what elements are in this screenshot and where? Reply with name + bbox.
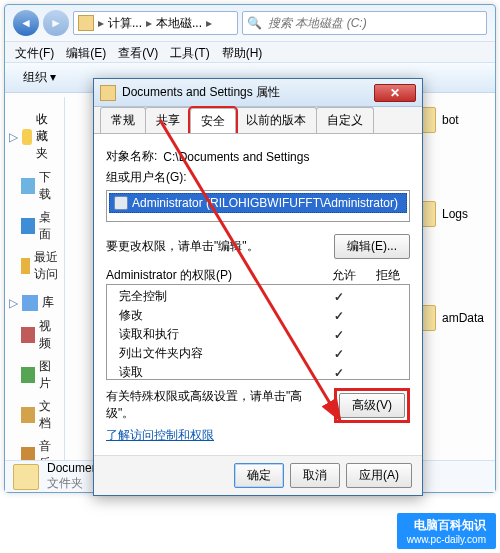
sidebar-item-desktop[interactable]: 桌面	[9, 206, 60, 246]
tab-previous-versions[interactable]: 以前的版本	[235, 107, 317, 133]
dialog-footer: 确定 取消 应用(A)	[94, 455, 422, 495]
desktop-icon	[21, 218, 35, 234]
sidebar-favorites-header[interactable]: ▷收藏夹	[9, 111, 60, 162]
check-icon	[317, 328, 361, 342]
tab-security[interactable]: 安全	[190, 108, 236, 134]
check-icon	[317, 309, 361, 323]
object-name-label: 对象名称:	[106, 148, 157, 165]
perm-header: Administrator 的权限(P) 允许 拒绝	[106, 267, 410, 284]
drive-icon	[78, 15, 94, 31]
search-box[interactable]: 🔍	[242, 11, 487, 35]
user-list[interactable]: Administrator (RILOHIGBWIFUFFT\Administr…	[106, 190, 410, 222]
sidebar-item-music[interactable]: 音乐	[9, 435, 60, 460]
advanced-highlight: 高级(V)	[334, 388, 410, 423]
check-icon	[317, 347, 361, 361]
forward-button[interactable]: ►	[43, 10, 69, 36]
check-icon	[317, 290, 361, 304]
folder-icon	[13, 464, 39, 490]
search-icon: 🔍	[247, 16, 262, 30]
tab-sharing[interactable]: 共享	[145, 107, 191, 133]
recent-icon	[21, 258, 30, 274]
apply-button[interactable]: 应用(A)	[346, 463, 412, 488]
menu-view[interactable]: 查看(V)	[118, 45, 158, 59]
menu-help[interactable]: 帮助(H)	[222, 45, 263, 59]
breadcrumb-seg[interactable]: 计算...	[108, 15, 142, 32]
tab-customize[interactable]: 自定义	[316, 107, 374, 133]
library-icon	[22, 295, 38, 311]
ok-button[interactable]: 确定	[234, 463, 284, 488]
folder-icon	[100, 85, 116, 101]
dialog-title: Documents and Settings 属性	[122, 84, 368, 101]
perm-row: 完全控制	[107, 287, 409, 306]
sidebar-item-documents[interactable]: 文档	[9, 395, 60, 435]
perm-row: 读取和执行	[107, 325, 409, 344]
perm-row: 列出文件夹内容	[107, 344, 409, 363]
advanced-hint: 有关特殊权限或高级设置，请单击"高级"。	[106, 388, 328, 422]
menu-file[interactable]: 文件(F)	[15, 45, 54, 59]
close-icon: ✕	[390, 86, 400, 100]
document-icon	[21, 407, 35, 423]
watermark-main: 电脑百科知识	[414, 517, 486, 534]
sidebar-item-recent[interactable]: 最近访问	[9, 246, 60, 286]
menu-tools[interactable]: 工具(T)	[170, 45, 209, 59]
sidebar-item-videos[interactable]: 视频	[9, 315, 60, 355]
search-input[interactable]	[266, 15, 482, 31]
tab-strip: 常规 共享 安全 以前的版本 自定义	[94, 107, 422, 133]
organize-button[interactable]: 组织 ▾	[15, 67, 64, 88]
user-icon	[114, 196, 128, 210]
sidebar-item-pictures[interactable]: 图片	[9, 355, 60, 395]
perm-header-label: Administrator 的权限(P)	[106, 267, 322, 284]
explorer-nav-bar: ◄ ► ▸ 计算... ▸ 本地磁... ▸ 🔍	[5, 5, 495, 41]
properties-dialog: Documents and Settings 属性 ✕ 常规 共享 安全 以前的…	[93, 78, 423, 496]
download-icon	[21, 178, 35, 194]
edit-hint: 要更改权限，请单击"编辑"。	[106, 238, 328, 255]
menu-edit[interactable]: 编辑(E)	[66, 45, 106, 59]
video-icon	[21, 327, 35, 343]
back-button[interactable]: ◄	[13, 10, 39, 36]
user-item-administrator[interactable]: Administrator (RILOHIGBWIFUFFT\Administr…	[109, 193, 407, 213]
picture-icon	[21, 367, 35, 383]
star-icon	[22, 129, 32, 145]
group-user-label: 组或用户名(G):	[106, 169, 187, 186]
sidebar-libraries-header[interactable]: ▷库	[9, 294, 60, 311]
permission-list[interactable]: 完全控制 修改 读取和执行 列出文件夹内容 读取 写入	[106, 284, 410, 380]
cancel-button[interactable]: 取消	[290, 463, 340, 488]
watermark-url: www.pc-daily.com	[407, 534, 486, 545]
learn-acl-link[interactable]: 了解访问控制和权限	[106, 427, 214, 444]
tab-body-security: 对象名称: C:\Documents and Settings 组或用户名(G)…	[94, 133, 422, 455]
perm-row: 修改	[107, 306, 409, 325]
user-item-label: Administrator (RILOHIGBWIFUFFT\Administr…	[132, 196, 398, 210]
perm-deny-label: 拒绝	[366, 267, 410, 284]
edit-button[interactable]: 编辑(E)...	[334, 234, 410, 259]
sidebar-item-downloads[interactable]: 下载	[9, 166, 60, 206]
advanced-button[interactable]: 高级(V)	[339, 393, 405, 418]
object-name-value: C:\Documents and Settings	[163, 150, 309, 164]
tab-general[interactable]: 常规	[100, 107, 146, 133]
dialog-titlebar[interactable]: Documents and Settings 属性 ✕	[94, 79, 422, 107]
watermark: 电脑百科知识 www.pc-daily.com	[397, 513, 496, 549]
perm-row: 读取	[107, 363, 409, 380]
breadcrumb[interactable]: ▸ 计算... ▸ 本地磁... ▸	[73, 11, 238, 35]
perm-allow-label: 允许	[322, 267, 366, 284]
close-button[interactable]: ✕	[374, 84, 416, 102]
check-icon	[317, 366, 361, 380]
menu-bar: 文件(F) 编辑(E) 查看(V) 工具(T) 帮助(H)	[5, 41, 495, 63]
sidebar: ▷收藏夹 下载 桌面 最近访问 ▷库 视频 图片 文档 音乐 ▾计算机 本地磁盘…	[5, 97, 65, 460]
music-icon	[21, 447, 35, 460]
breadcrumb-seg[interactable]: 本地磁...	[156, 15, 202, 32]
